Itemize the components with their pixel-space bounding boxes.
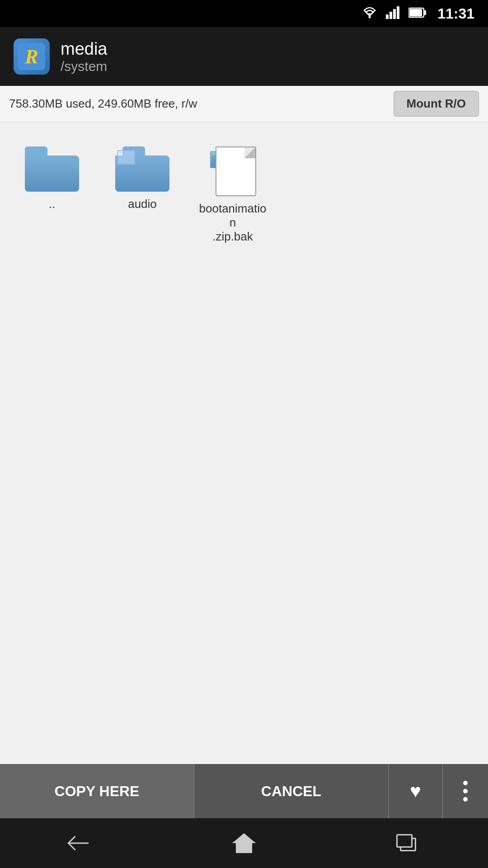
status-time: 11:31 bbox=[437, 5, 474, 22]
nav-bar bbox=[0, 818, 488, 868]
file-label-bootanim: bootanimation.zip.bak bbox=[196, 202, 269, 244]
main-content: 758.30MB used, 249.60MB free, r/w Mount … bbox=[0, 86, 488, 764]
back-button[interactable] bbox=[54, 825, 108, 861]
svg-rect-3 bbox=[393, 9, 396, 19]
copy-here-button[interactable]: COPY HERE bbox=[0, 764, 194, 818]
more-options-button[interactable] bbox=[443, 764, 488, 818]
file-label-audio: audio bbox=[128, 197, 157, 211]
app-logo-letter: R bbox=[25, 45, 38, 68]
svg-rect-2 bbox=[389, 12, 392, 19]
file-doc-icon bbox=[210, 146, 255, 196]
mount-button[interactable]: Mount R/O bbox=[394, 91, 479, 117]
back-arrow-icon bbox=[70, 835, 93, 851]
storage-bar: 758.30MB used, 249.60MB free, r/w Mount … bbox=[0, 86, 488, 122]
home-button[interactable] bbox=[217, 825, 271, 861]
storage-text: 758.30MB used, 249.60MB free, r/w bbox=[9, 97, 385, 111]
file-item-parent[interactable]: .. bbox=[9, 140, 95, 250]
file-label-parent: .. bbox=[49, 197, 55, 211]
heart-icon: ♥ bbox=[410, 780, 421, 802]
more-dots-icon bbox=[463, 781, 468, 802]
file-item-bootanim[interactable]: bootanimation.zip.bak bbox=[190, 140, 276, 250]
app-header: R media /system bbox=[0, 27, 488, 86]
cancel-button[interactable]: CANCEL bbox=[194, 764, 389, 818]
heart-button[interactable]: ♥ bbox=[389, 764, 443, 818]
svg-rect-4 bbox=[397, 6, 399, 19]
svg-point-0 bbox=[369, 16, 371, 18]
folder-audio-icon bbox=[115, 146, 169, 192]
recents-icon bbox=[396, 834, 417, 852]
app-title: media bbox=[61, 39, 108, 59]
folder-parent-icon bbox=[25, 146, 79, 192]
app-subtitle: /system bbox=[61, 59, 108, 74]
signal-icon bbox=[386, 6, 400, 21]
status-bar: 11:31 bbox=[0, 0, 488, 27]
svg-rect-1 bbox=[386, 14, 389, 19]
recents-button[interactable] bbox=[380, 825, 434, 861]
app-logo: R bbox=[14, 38, 50, 75]
bottom-bar: COPY HERE CANCEL ♥ bbox=[0, 764, 488, 818]
file-item-audio[interactable]: audio bbox=[99, 140, 185, 250]
svg-rect-7 bbox=[409, 9, 422, 16]
svg-rect-6 bbox=[424, 10, 426, 15]
wifi-icon bbox=[361, 6, 378, 22]
battery-icon bbox=[408, 6, 427, 21]
file-grid: .. audio bootani bbox=[0, 122, 488, 268]
home-icon bbox=[233, 833, 255, 853]
app-title-group: media /system bbox=[61, 39, 108, 74]
